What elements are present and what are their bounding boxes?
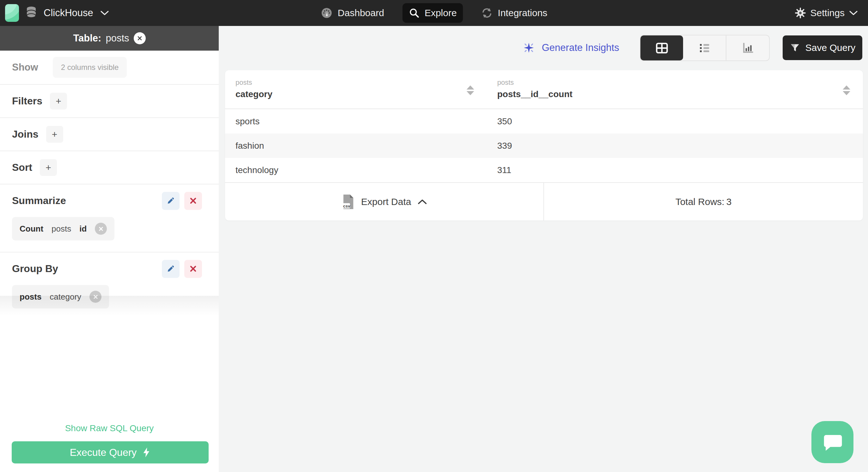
chevron-up-icon bbox=[417, 199, 427, 205]
brand-zone[interactable]: ClickHouse bbox=[0, 4, 109, 22]
sort-toggle-icon[interactable] bbox=[467, 85, 474, 95]
funnel-icon bbox=[789, 42, 800, 53]
nav-item-dashboard[interactable]: Dashboard bbox=[314, 3, 391, 23]
column-name: category bbox=[236, 89, 273, 99]
chevron-down-icon bbox=[100, 10, 109, 16]
view-toggle-chart[interactable] bbox=[726, 35, 769, 60]
group-by-label: Group By bbox=[12, 263, 58, 274]
cell-category: technology bbox=[225, 165, 487, 175]
column-header-category[interactable]: posts category bbox=[225, 70, 487, 109]
refresh-icon bbox=[482, 7, 493, 19]
execute-query-label: Execute Query bbox=[70, 447, 137, 459]
cell-count: 311 bbox=[487, 165, 863, 175]
summarize-chip[interactable]: Count posts id bbox=[12, 217, 115, 240]
csv-file-icon: csv bbox=[341, 194, 355, 210]
add-filter-button[interactable]: + bbox=[50, 93, 67, 110]
close-icon bbox=[99, 227, 103, 231]
column-header-posts-id-count[interactable]: posts posts__id__count bbox=[487, 70, 863, 109]
filters-label: Filters bbox=[12, 95, 42, 107]
save-query-label: Save Query bbox=[805, 42, 855, 53]
app-logo bbox=[5, 4, 19, 22]
close-icon bbox=[93, 295, 98, 299]
pencil-icon bbox=[166, 197, 175, 205]
top-navbar: ClickHouse Dashboard Explore bbox=[0, 0, 868, 26]
nav-item-integrations[interactable]: Integrations bbox=[475, 3, 554, 23]
delete-group-by-button[interactable] bbox=[184, 260, 202, 278]
table-view-icon bbox=[655, 41, 669, 55]
list-view-icon bbox=[698, 41, 712, 55]
nav-label-integrations: Integrations bbox=[498, 8, 548, 18]
add-join-button[interactable]: + bbox=[46, 126, 63, 143]
show-label: Show bbox=[12, 62, 38, 73]
remove-summarize-chip-button[interactable] bbox=[95, 223, 107, 235]
chat-bubble-icon bbox=[822, 433, 843, 452]
results-toolbar: Generate Insights bbox=[219, 26, 868, 70]
save-query-button[interactable]: Save Query bbox=[783, 35, 862, 60]
sparkle-icon bbox=[522, 41, 535, 54]
remove-table-button[interactable] bbox=[134, 32, 146, 44]
add-sort-button[interactable]: + bbox=[40, 159, 57, 176]
nav-label-explore: Explore bbox=[425, 8, 457, 18]
table-header-bar: Table: posts bbox=[0, 26, 219, 51]
column-name: posts__id__count bbox=[497, 89, 572, 99]
view-toggle-list[interactable] bbox=[683, 35, 726, 60]
column-table-caption: posts bbox=[497, 79, 863, 87]
sort-section: Sort + bbox=[0, 151, 219, 184]
group-by-chips: posts category bbox=[0, 285, 219, 320]
view-toggle-table[interactable] bbox=[641, 35, 683, 60]
main-nav: Dashboard Explore Integrations bbox=[314, 3, 554, 23]
generate-insights-label: Generate Insights bbox=[542, 42, 619, 54]
sort-desc-icon bbox=[467, 91, 474, 95]
show-section: Show 2 columns visible bbox=[0, 51, 219, 84]
total-rows-value: 3 bbox=[726, 197, 732, 207]
view-toggle-group bbox=[640, 35, 770, 61]
pencil-icon bbox=[166, 264, 175, 273]
columns-visible-chip[interactable]: 2 columns visible bbox=[53, 57, 127, 78]
total-rows-label: Total Rows: bbox=[676, 197, 724, 207]
summarize-label: Summarize bbox=[12, 195, 66, 207]
chip-aggregate: Count bbox=[20, 224, 43, 234]
svg-text:csv: csv bbox=[343, 203, 350, 208]
chevron-down-icon bbox=[849, 10, 858, 16]
group-by-section-header: Group By bbox=[0, 253, 219, 285]
show-raw-sql-link[interactable]: Show Raw SQL Query bbox=[0, 423, 219, 434]
query-builder-sidebar: Table: posts Show 2 columns visible Filt… bbox=[0, 26, 219, 472]
group-by-chip[interactable]: posts category bbox=[12, 285, 109, 308]
cell-category: sports bbox=[225, 116, 487, 126]
edit-summarize-button[interactable] bbox=[162, 192, 180, 210]
dashboard-gauge-icon bbox=[320, 7, 333, 19]
joins-section: Joins + bbox=[0, 118, 219, 151]
cell-category: fashion bbox=[225, 141, 487, 151]
search-icon bbox=[409, 8, 420, 18]
edit-group-by-button[interactable] bbox=[162, 260, 180, 278]
table-label: Table: bbox=[73, 33, 101, 44]
table-row[interactable]: technology 311 bbox=[225, 158, 863, 182]
delete-summarize-button[interactable] bbox=[184, 192, 202, 210]
sort-desc-icon bbox=[843, 91, 850, 95]
remove-group-by-chip-button[interactable] bbox=[89, 291, 101, 303]
nav-item-explore[interactable]: Explore bbox=[402, 3, 463, 23]
generate-insights-button[interactable]: Generate Insights bbox=[522, 41, 619, 54]
sort-label: Sort bbox=[12, 161, 32, 173]
chat-widget-button[interactable] bbox=[811, 421, 854, 463]
x-icon bbox=[189, 265, 197, 273]
results-table-footer: csv Export Data Total Rows: 3 bbox=[225, 182, 863, 220]
results-table-header: posts category posts posts__id__count bbox=[225, 70, 863, 109]
nav-label-dashboard: Dashboard bbox=[338, 8, 384, 18]
cell-count: 350 bbox=[487, 116, 863, 126]
sort-toggle-icon[interactable] bbox=[843, 85, 850, 95]
chip-table: posts bbox=[52, 224, 71, 234]
export-data-label: Export Data bbox=[361, 197, 411, 207]
settings-menu[interactable]: Settings bbox=[795, 7, 858, 19]
summarize-chips: Count posts id bbox=[0, 217, 219, 252]
summarize-section-header: Summarize bbox=[0, 184, 219, 217]
table-name: posts bbox=[105, 33, 129, 44]
column-table-caption: posts bbox=[236, 79, 487, 87]
execute-query-button[interactable]: Execute Query bbox=[12, 441, 209, 464]
table-row[interactable]: sports 350 bbox=[225, 109, 863, 134]
sort-asc-icon bbox=[843, 85, 850, 90]
cell-count: 339 bbox=[487, 141, 863, 151]
export-data-button[interactable]: csv Export Data bbox=[225, 183, 544, 220]
table-row[interactable]: fashion 339 bbox=[225, 134, 863, 158]
sort-asc-icon bbox=[467, 85, 474, 90]
